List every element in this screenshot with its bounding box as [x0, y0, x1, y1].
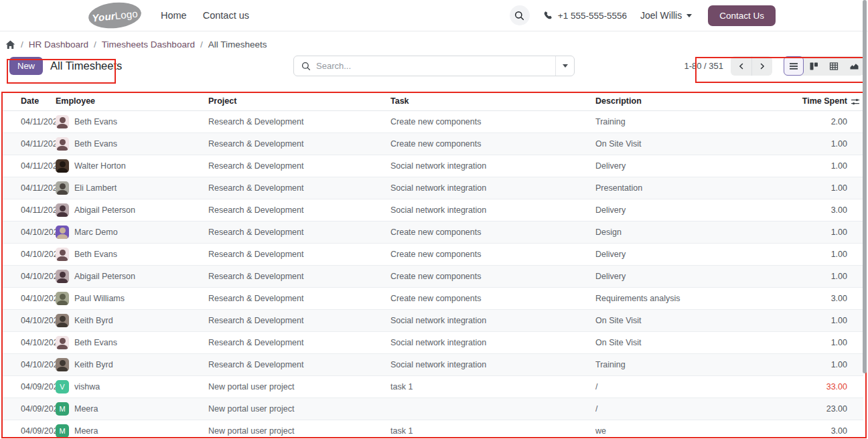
view-switcher-list[interactable] [784, 56, 804, 76]
cell-employee: M Meera [56, 420, 208, 439]
navbar-search-button[interactable] [510, 5, 530, 25]
column-header-project[interactable]: Project [208, 92, 390, 110]
menu-item-contact-us[interactable]: Contact us [200, 7, 252, 23]
column-header-date[interactable]: Date [2, 92, 56, 110]
cell-date: 04/11/2026 [2, 199, 56, 221]
timesheet-row[interactable]: 04/10/2026 Abigail Peterson Research & D… [2, 265, 863, 287]
cell-time-spent: 1.00 [747, 243, 847, 265]
cell-project: Research & Development [208, 155, 390, 177]
cell-time-spent: 1.00 [747, 177, 847, 199]
timesheet-row[interactable]: 04/09/2026 M Meera New portal user proje… [2, 420, 863, 439]
timesheet-row[interactable]: 04/11/2026 Walter Horton Research & Deve… [2, 155, 863, 177]
cell-employee: Walter Horton [56, 155, 208, 177]
scrollbar-thumb[interactable] [863, 0, 867, 373]
cell-spacer [847, 221, 863, 243]
employee-name: Keith Byrd [74, 360, 113, 369]
column-header-time-spent[interactable]: Time Spent [747, 92, 847, 110]
menu-item-home[interactable]: Home [157, 7, 190, 23]
logo-text-bold: Your [92, 10, 116, 24]
cell-task: task 1 [390, 375, 595, 398]
employee-name: Paul Williams [74, 294, 125, 303]
timesheet-row[interactable]: 04/11/2026 Beth Evans Research & Develop… [2, 110, 863, 133]
timesheet-row[interactable]: 04/10/2026 Paul Williams Research & Deve… [2, 287, 863, 309]
cell-date: 04/11/2026 [2, 133, 56, 155]
cell-date: 04/10/2026 [2, 265, 56, 287]
cell-date: 04/10/2026 [2, 353, 56, 375]
timesheet-row[interactable]: 04/09/2026 V vishwa New portal user proj… [2, 375, 863, 398]
list-view-icon [789, 62, 798, 71]
cell-task: Create new components [390, 243, 595, 265]
column-header-employee[interactable]: Employee [56, 92, 208, 110]
employee-name: Marc Demo [74, 228, 118, 237]
cell-description: / [595, 375, 747, 398]
cell-spacer [847, 177, 863, 199]
cell-description: On Site Visit [595, 309, 747, 331]
table-header-row: Date Employee Project Task Description T… [2, 92, 863, 110]
cell-spacer [847, 155, 863, 177]
caret-down-icon [686, 14, 692, 17]
timesheet-row[interactable]: 04/10/2026 Beth Evans Research & Develop… [2, 331, 863, 353]
cell-project: Research & Development [208, 331, 390, 353]
cell-task: Create new components [390, 110, 595, 133]
timesheet-row[interactable]: 04/11/2026 Eli Lambert Research & Develo… [2, 177, 863, 199]
search-icon [301, 62, 311, 71]
employee-name: Walter Horton [74, 161, 126, 171]
timesheet-row[interactable]: 04/10/2026 Keith Byrd Research & Develop… [2, 309, 863, 331]
search-input[interactable] [316, 61, 555, 71]
cell-task: Social network integration [390, 155, 595, 177]
breadcrumb-hr-dashboard[interactable]: HR Dashboard [29, 39, 88, 50]
cell-time-spent: 1.00 [747, 133, 847, 155]
cell-spacer [847, 309, 863, 331]
new-button[interactable]: New [9, 57, 43, 75]
main-menu: Home Contact us [157, 7, 252, 23]
column-header-description[interactable]: Description [595, 92, 747, 110]
pivot-view-icon [829, 62, 839, 71]
cell-employee: Beth Evans [56, 110, 208, 133]
user-menu[interactable]: Joel Willis [640, 10, 692, 21]
cell-description: Delivery [595, 265, 747, 287]
pager-previous-button[interactable] [731, 56, 751, 76]
view-switcher-graph[interactable] [844, 56, 864, 76]
pager-next-button[interactable] [751, 56, 772, 76]
timesheet-row[interactable]: 04/10/2026 Marc Demo Research & Developm… [2, 221, 863, 243]
column-settings-button[interactable] [847, 92, 863, 110]
column-header-task[interactable]: Task [390, 92, 595, 110]
cell-spacer [847, 265, 863, 287]
timesheet-row[interactable]: 04/11/2026 Beth Evans Research & Develop… [2, 133, 863, 155]
cell-time-spent: 1.00 [747, 353, 847, 375]
cell-project: New portal user project [208, 420, 390, 439]
employee-avatar [56, 181, 69, 195]
employee-name: Beth Evans [74, 338, 117, 347]
pager-value[interactable]: 1-80 / 351 [684, 61, 723, 71]
control-panel: New All Timesheets 1-80 / 351 [0, 52, 868, 84]
cell-spacer [847, 420, 863, 439]
timesheet-row[interactable]: 04/10/2026 Keith Byrd Research & Develop… [2, 353, 863, 375]
cell-task: Social network integration [390, 353, 595, 375]
search-options-toggle[interactable] [556, 56, 574, 76]
logo-text-light: Logo [115, 7, 139, 21]
employee-name: Meera [74, 404, 98, 414]
contact-us-button[interactable]: Contact Us [708, 5, 776, 26]
logo[interactable]: YourLogo [87, 0, 143, 31]
cell-project: Research & Development [208, 265, 390, 287]
cell-spacer [847, 398, 863, 420]
cell-time-spent: 2.00 [747, 110, 847, 133]
phone-link[interactable]: +1 555-555-5556 [543, 11, 627, 21]
employee-avatar [56, 159, 69, 173]
timesheet-row[interactable]: 04/10/2026 Beth Evans Research & Develop… [2, 243, 863, 265]
cell-time-spent: 1.00 [747, 155, 847, 177]
cell-time-spent: 3.00 [747, 287, 847, 309]
timesheet-row[interactable]: 04/11/2026 Abigail Peterson Research & D… [2, 199, 863, 221]
home-icon[interactable] [5, 40, 15, 50]
cell-spacer [847, 133, 863, 155]
view-switcher-pivot[interactable] [824, 56, 844, 76]
view-switcher-kanban[interactable] [804, 56, 824, 76]
user-name: Joel Willis [640, 10, 682, 21]
control-panel-right: 1-80 / 351 [684, 56, 864, 76]
breadcrumb-timesheets-dashboard[interactable]: Timesheets Dashboard [102, 39, 195, 50]
breadcrumb-separator: / [200, 39, 203, 50]
cell-employee: Beth Evans [56, 331, 208, 353]
timesheet-row[interactable]: 04/09/2026 M Meera New portal user proje… [2, 398, 863, 420]
employee-name: Keith Byrd [74, 316, 113, 325]
cell-task: Create new components [390, 287, 595, 309]
